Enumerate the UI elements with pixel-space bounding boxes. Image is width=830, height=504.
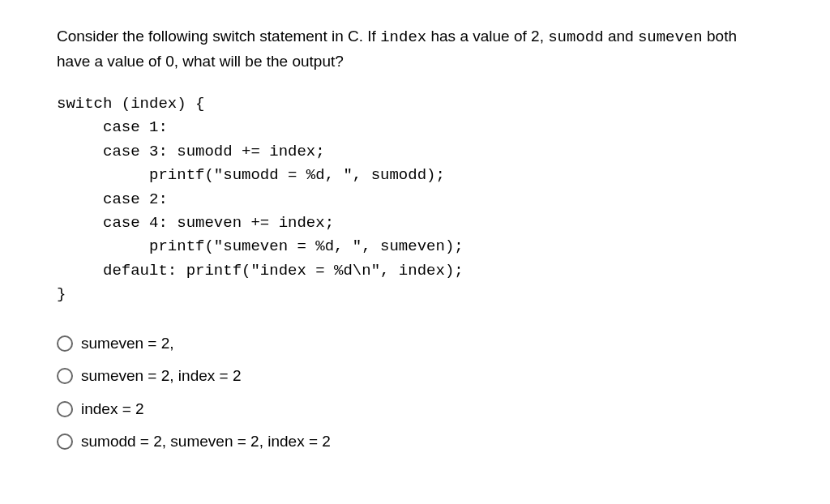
radio-icon <box>57 434 73 450</box>
option-label-4: sumodd = 2, sumeven = 2, index = 2 <box>81 429 331 454</box>
radio-icon <box>57 368 73 384</box>
option-label-3: index = 2 <box>81 397 144 421</box>
option-label-2: sumeven = 2, index = 2 <box>81 364 242 388</box>
question-code2: sumodd <box>548 28 603 46</box>
question-part2: has a value of 2, <box>426 28 548 45</box>
question-part1: Consider the following switch statement … <box>57 28 380 45</box>
options-list: sumeven = 2, sumeven = 2, index = 2 inde… <box>57 331 773 455</box>
question-part3: and <box>604 28 638 45</box>
option-label-1: sumeven = 2, <box>81 331 174 356</box>
radio-icon <box>57 335 73 352</box>
option-4[interactable]: sumodd = 2, sumeven = 2, index = 2 <box>57 429 773 454</box>
question-code3: sumeven <box>638 28 703 46</box>
option-1[interactable]: sumeven = 2, <box>57 331 773 356</box>
option-2[interactable]: sumeven = 2, index = 2 <box>57 364 773 388</box>
question-code1: index <box>380 28 426 46</box>
code-block: switch (index) { case 1: case 3: sumodd … <box>57 92 773 307</box>
option-3[interactable]: index = 2 <box>57 397 773 421</box>
question-text: Consider the following switch statement … <box>57 24 773 75</box>
radio-icon <box>57 401 73 417</box>
